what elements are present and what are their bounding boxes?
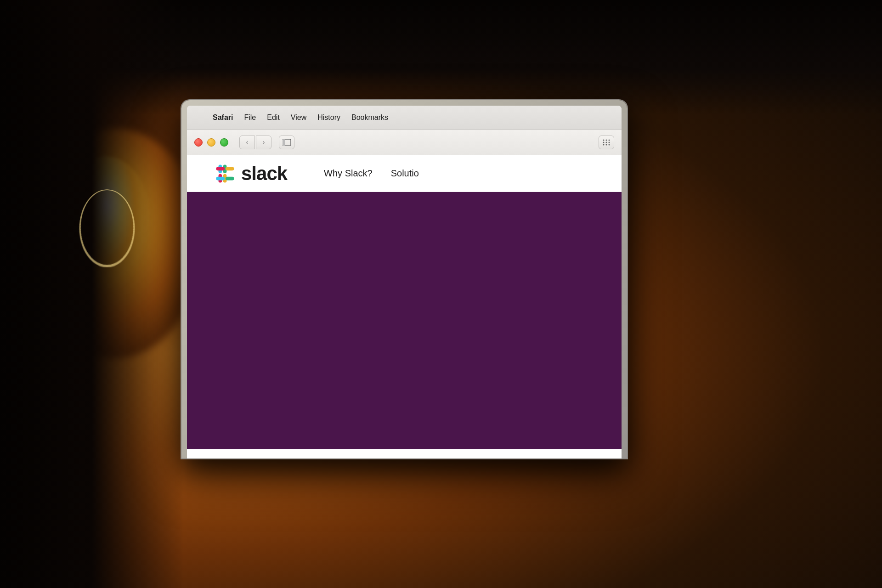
menu-bookmarks[interactable]: Bookmarks bbox=[346, 112, 394, 124]
menu-view[interactable]: View bbox=[285, 112, 312, 124]
macos-menu-bar: Safari File Edit View History Bookmarks bbox=[187, 106, 622, 130]
svg-rect-18 bbox=[226, 176, 234, 180]
grid-icon bbox=[602, 139, 611, 146]
menu-edit[interactable]: Edit bbox=[261, 112, 285, 124]
back-icon: ‹ bbox=[246, 137, 249, 147]
svg-rect-16 bbox=[226, 167, 234, 170]
traffic-lights bbox=[194, 138, 228, 147]
svg-point-5 bbox=[603, 141, 605, 143]
slack-navbar: slack Why Slack? Solutio bbox=[187, 155, 622, 192]
nav-why-slack[interactable]: Why Slack? bbox=[324, 168, 373, 179]
svg-point-9 bbox=[606, 144, 607, 145]
slack-logo[interactable]: slack bbox=[215, 163, 287, 185]
menu-file[interactable]: File bbox=[238, 112, 261, 124]
svg-point-7 bbox=[609, 141, 610, 143]
svg-point-3 bbox=[606, 139, 607, 141]
nav-buttons: ‹ › bbox=[239, 136, 271, 149]
svg-rect-15 bbox=[216, 167, 225, 170]
sidebar-icon bbox=[283, 139, 291, 146]
screen: Safari File Edit View History Bookmarks bbox=[187, 106, 622, 458]
menu-safari[interactable]: Safari bbox=[207, 112, 238, 124]
macbook-frame: Safari File Edit View History Bookmarks bbox=[181, 100, 627, 458]
svg-point-2 bbox=[603, 139, 605, 141]
slack-logo-icon bbox=[215, 163, 236, 184]
macbook-container: Safari File Edit View History Bookmarks bbox=[181, 100, 627, 458]
slack-hero-section bbox=[187, 192, 622, 449]
menu-history[interactable]: History bbox=[312, 112, 346, 124]
svg-rect-1 bbox=[283, 139, 285, 146]
slack-nav-links: Why Slack? Solutio bbox=[324, 168, 419, 179]
maximize-button[interactable] bbox=[220, 138, 228, 147]
nav-solutions[interactable]: Solutio bbox=[391, 168, 419, 179]
dark-left-overlay bbox=[0, 0, 184, 588]
minimize-button[interactable] bbox=[207, 138, 215, 147]
close-button[interactable] bbox=[194, 138, 203, 147]
webpage: slack Why Slack? Solutio bbox=[187, 155, 622, 458]
sidebar-toggle-button[interactable] bbox=[279, 136, 294, 149]
svg-point-4 bbox=[609, 139, 610, 141]
back-button[interactable]: ‹ bbox=[239, 136, 255, 149]
svg-point-8 bbox=[603, 144, 605, 145]
svg-point-10 bbox=[609, 144, 610, 145]
tabs-overview-button[interactable] bbox=[599, 136, 614, 149]
forward-icon: › bbox=[262, 137, 265, 147]
bulb-filament bbox=[67, 170, 145, 271]
forward-button[interactable]: › bbox=[256, 136, 271, 149]
safari-toolbar: ‹ › bbox=[187, 130, 622, 155]
svg-point-6 bbox=[606, 141, 607, 143]
slack-wordmark: slack bbox=[241, 163, 287, 185]
svg-rect-17 bbox=[216, 176, 225, 180]
